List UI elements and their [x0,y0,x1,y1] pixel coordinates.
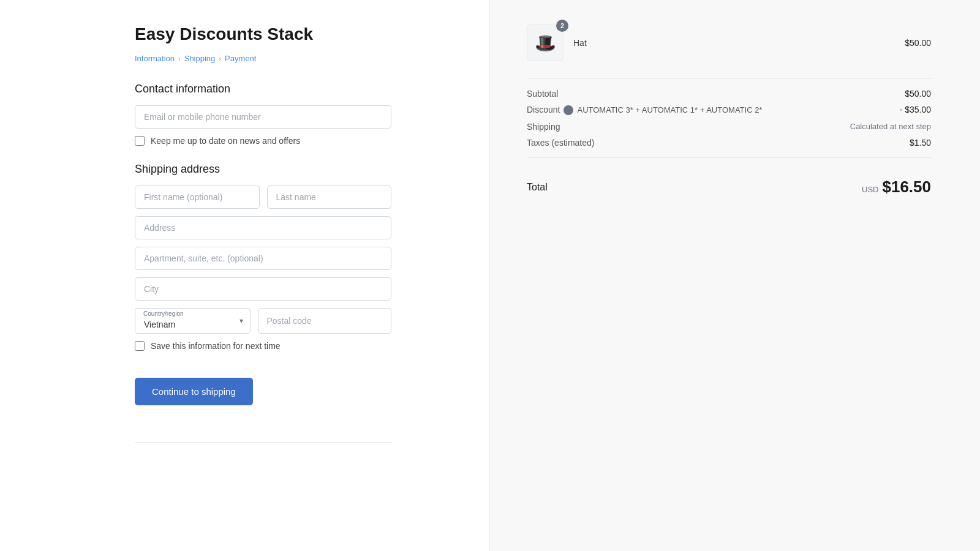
breadcrumb-information[interactable]: Information [135,54,175,63]
cart-item: 2 🎩 Hat $50.00 [527,24,931,61]
shipping-label: Shipping [527,122,560,132]
breadcrumb-shipping[interactable]: Shipping [184,54,216,63]
total-row: Total USD $16.50 [527,168,931,197]
summary-divider-top [527,78,931,79]
left-panel: Easy Discounts Stack Information › Shipp… [0,0,490,551]
bottom-divider [135,442,391,443]
country-select-wrapper: Country/region Vietnam United States Uni… [135,308,251,334]
taxes-value: $1.50 [910,138,931,148]
subtotal-value: $50.00 [905,89,931,99]
discount-row: Discount AUTOMATIC 3* + AUTOMATIC 1* + A… [527,105,931,116]
postal-code-input[interactable] [258,308,392,334]
right-panel: 2 🎩 Hat $50.00 Subtotal $50.00 Discount … [490,0,980,551]
contact-section-title: Contact information [135,83,391,96]
breadcrumb-sep-2: › [219,55,221,62]
save-info-label[interactable]: Save this information for next time [151,341,281,351]
newsletter-row: Keep me up to date on news and offers [135,136,391,146]
total-amount: $16.50 [882,178,931,197]
discount-label: Discount [527,105,560,114]
save-info-row: Save this information for next time [135,341,391,351]
discount-label-row: Discount AUTOMATIC 3* + AUTOMATIC 1* + A… [527,105,900,116]
city-field-group [135,277,391,301]
apartment-field-group [135,247,391,270]
breadcrumb-sep-1: › [178,55,181,62]
total-currency: USD [862,185,878,194]
first-name-input[interactable] [135,186,260,209]
total-label: Total [527,182,548,193]
address-input[interactable] [135,216,391,239]
shipping-row: Shipping Calculated at next step [527,122,931,132]
discount-value: - $35.00 [900,105,931,114]
taxes-row: Taxes (estimated) $1.50 [527,138,931,148]
breadcrumb: Information › Shipping › Payment [135,54,391,63]
breadcrumb-payment[interactable]: Payment [225,54,256,63]
country-postal-row: Country/region Vietnam United States Uni… [135,308,391,334]
last-name-input[interactable] [267,186,392,209]
hat-icon: 🎩 [535,33,556,53]
total-value-wrapper: USD $16.50 [862,178,931,197]
apartment-input[interactable] [135,247,391,270]
continue-to-shipping-button[interactable]: Continue to shipping [135,378,253,405]
email-input[interactable] [135,105,391,129]
taxes-label: Taxes (estimated) [527,138,594,148]
summary-divider-bottom [527,157,931,158]
tag-icon [564,105,573,115]
subtotal-label: Subtotal [527,89,558,99]
cart-item-image-wrapper: 2 🎩 [527,24,564,61]
shipping-section-title: Shipping address [135,163,391,176]
discount-codes: AUTOMATIC 3* + AUTOMATIC 1* + AUTOMATIC … [577,105,762,116]
newsletter-checkbox[interactable] [135,136,145,146]
newsletter-label[interactable]: Keep me up to date on news and offers [151,136,300,146]
shipping-value: Calculated at next step [850,122,931,131]
name-row [135,186,391,209]
city-input[interactable] [135,277,391,301]
subtotal-row: Subtotal $50.00 [527,89,931,99]
cart-item-price: $50.00 [905,38,931,48]
save-info-checkbox[interactable] [135,341,145,351]
country-select[interactable]: Vietnam United States United Kingdom [135,308,251,334]
store-title: Easy Discounts Stack [135,24,391,44]
cart-item-name: Hat [573,38,905,48]
cart-item-badge: 2 [556,20,568,32]
email-field-group [135,105,391,129]
address-field-group [135,216,391,239]
